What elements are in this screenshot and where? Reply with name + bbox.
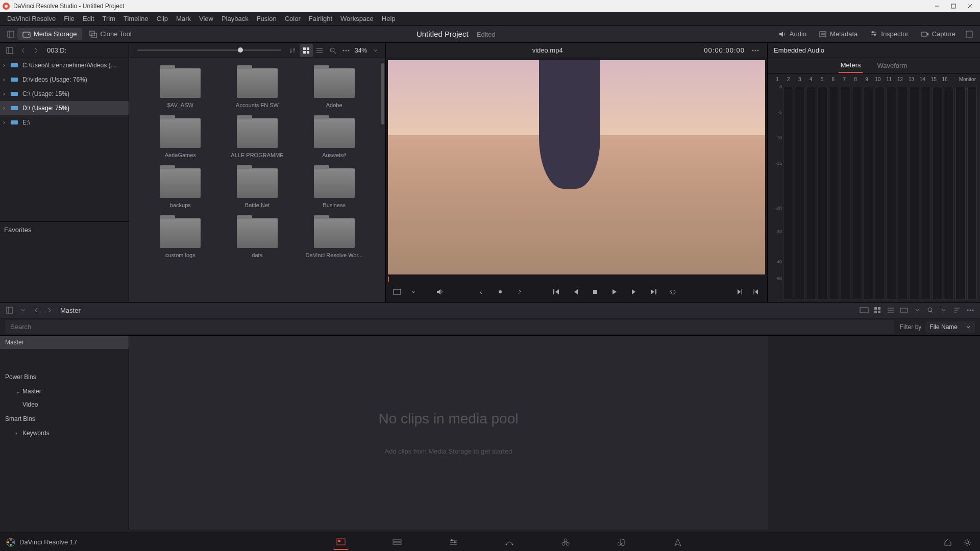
menu-help[interactable]: Help — [378, 12, 400, 25]
match-frame-dropdown[interactable] — [407, 286, 420, 298]
capture-button[interactable]: Capture — [916, 28, 961, 40]
folder-item[interactable]: DaVinci Resolve Wor... — [298, 218, 370, 258]
pool-search-button[interactable] — [924, 304, 937, 317]
ui-layout-button[interactable] — [4, 28, 17, 41]
pool-dropdown-button[interactable] — [16, 304, 30, 317]
media-storage-button[interactable]: Media Storage — [17, 28, 82, 40]
menu-view[interactable]: View — [195, 12, 217, 25]
folder-item[interactable]: Business — [298, 168, 370, 208]
keywords-bin[interactable]: ›Keywords — [0, 427, 129, 440]
menu-mark[interactable]: Mark — [172, 12, 195, 25]
pool-search-dropdown[interactable] — [937, 304, 950, 317]
more-options-button[interactable] — [339, 44, 353, 57]
viewer-scrubber[interactable] — [386, 277, 767, 282]
menu-timeline[interactable]: Timeline — [119, 12, 153, 25]
sidebar-toggle-button[interactable] — [3, 44, 16, 57]
nav-back-button[interactable] — [16, 44, 30, 57]
pool-forward-button[interactable] — [43, 304, 56, 317]
pool-search-input[interactable] — [5, 320, 894, 334]
folder-item[interactable]: backups — [144, 168, 216, 208]
drive-row[interactable]: ›C:\ (Usage: 15%) — [0, 87, 129, 101]
pool-aspect-button[interactable] — [897, 304, 911, 317]
play-button[interactable] — [608, 286, 621, 298]
viewer-options-button[interactable] — [749, 44, 762, 57]
menu-color[interactable]: Color — [281, 12, 305, 25]
match-frame-button[interactable] — [391, 286, 403, 298]
edit-page-button[interactable] — [446, 535, 461, 550]
menu-fairlight[interactable]: Fairlight — [305, 12, 336, 25]
pool-sort-button[interactable] — [950, 304, 964, 317]
maximize-button[interactable] — [945, 1, 962, 11]
deliver-page-button[interactable] — [670, 535, 685, 550]
pool-aspect-dropdown[interactable] — [911, 304, 924, 317]
thumbnail-size-slider[interactable] — [137, 49, 281, 51]
folder-item[interactable]: ALLE PROGRAMME — [222, 118, 293, 158]
folder-item[interactable]: $AV_ASW — [144, 68, 216, 108]
pool-back-button[interactable] — [30, 304, 43, 317]
clone-tool-button[interactable]: Clone Tool — [84, 28, 137, 40]
grid-view-button[interactable] — [300, 44, 313, 57]
home-button[interactable] — [941, 536, 954, 549]
nav-forward-button[interactable] — [30, 44, 43, 57]
menu-file[interactable]: File — [60, 12, 79, 25]
pool-sidebar-toggle[interactable] — [3, 304, 16, 317]
jog-back-button[interactable] — [475, 286, 487, 298]
drive-row[interactable]: ›D:\videos (Usage: 76%) — [0, 72, 129, 87]
folder-item[interactable]: data — [222, 218, 293, 258]
mute-button[interactable] — [434, 286, 446, 298]
close-button[interactable] — [962, 1, 978, 11]
inspector-button[interactable]: Inspector — [865, 28, 913, 40]
go-to-end-button[interactable] — [647, 286, 659, 298]
pool-grid-button[interactable] — [871, 304, 884, 317]
folder-item[interactable]: Ausweis# — [298, 118, 370, 158]
next-clip-button[interactable] — [733, 286, 746, 298]
viewer-preview[interactable] — [386, 58, 767, 277]
settings-button[interactable] — [961, 536, 974, 549]
menu-trim[interactable]: Trim — [99, 12, 120, 25]
color-page-button[interactable] — [558, 535, 573, 550]
jog-forward-button[interactable] — [513, 286, 526, 298]
waveform-tab[interactable]: Waveform — [875, 59, 909, 72]
filter-select[interactable]: File Name — [925, 321, 975, 333]
stop-button[interactable] — [589, 286, 601, 298]
power-bin-video[interactable]: Video — [0, 398, 129, 411]
drive-row[interactable]: ›D:\ (Usage: 75%) — [0, 101, 129, 115]
drive-row[interactable]: ›C:\Users\Lizenznehmer\Videos (... — [0, 58, 129, 72]
go-to-start-button[interactable] — [550, 286, 562, 298]
step-forward-button[interactable] — [628, 286, 640, 298]
pool-filmstrip-button[interactable] — [857, 304, 871, 317]
power-bin-master[interactable]: ⌄Master — [0, 385, 129, 398]
folder-item[interactable]: Battle Net — [222, 168, 293, 208]
menu-edit[interactable]: Edit — [79, 12, 98, 25]
minimize-button[interactable] — [929, 1, 945, 11]
fusion-page-button[interactable] — [502, 535, 517, 550]
master-bin-row[interactable]: Master — [0, 336, 129, 349]
list-view-button[interactable] — [313, 44, 326, 57]
step-back-button[interactable] — [570, 286, 582, 298]
metadata-button[interactable]: Metadata — [814, 28, 863, 40]
menu-workspace[interactable]: Workspace — [336, 12, 378, 25]
folder-item[interactable]: AeriaGames — [144, 118, 216, 158]
folder-scrollbar[interactable] — [381, 63, 384, 124]
meters-tab[interactable]: Meters — [839, 58, 863, 73]
menu-playback[interactable]: Playback — [217, 12, 253, 25]
pool-more-button[interactable] — [964, 304, 977, 317]
audio-panel-button[interactable]: Audio — [773, 28, 812, 40]
loop-button[interactable] — [667, 286, 679, 298]
pool-empty-area[interactable]: No clips in media pool Add clips from Me… — [129, 336, 768, 530]
cut-page-button[interactable] — [389, 535, 405, 550]
prev-clip-button[interactable] — [750, 286, 762, 298]
menu-clip[interactable]: Clip — [153, 12, 172, 25]
folder-item[interactable]: Adobe — [298, 68, 370, 108]
menu-davinci-resolve[interactable]: DaVinci Resolve — [3, 12, 60, 25]
expand-button[interactable] — [963, 28, 976, 41]
pool-list-button[interactable] — [884, 304, 897, 317]
media-page-button[interactable] — [333, 535, 349, 550]
folder-item[interactable]: Accounts FN SW — [222, 68, 293, 108]
menu-fusion[interactable]: Fusion — [253, 12, 281, 25]
zoom-dropdown-button[interactable] — [369, 44, 382, 57]
drive-row[interactable]: ›E:\ — [0, 115, 129, 130]
search-button[interactable] — [326, 44, 339, 57]
folder-item[interactable]: custom logs — [144, 218, 216, 258]
sort-button[interactable] — [286, 44, 300, 57]
